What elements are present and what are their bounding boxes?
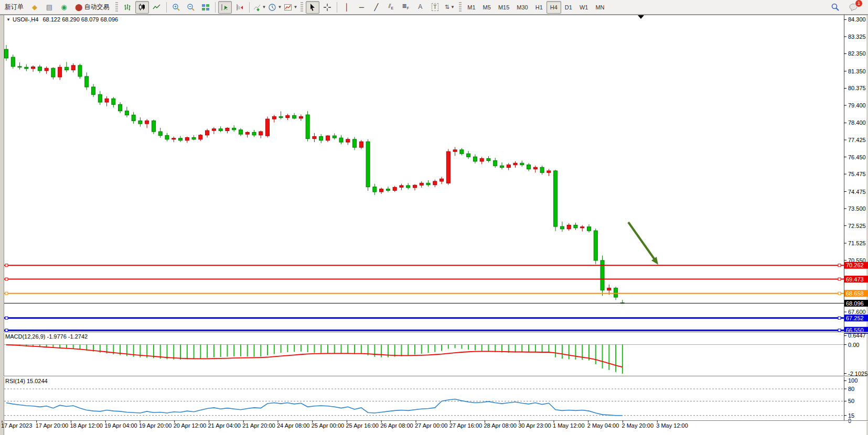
toolbar-separator	[249, 2, 250, 13]
toolbar-separator	[166, 2, 167, 13]
templates-button[interactable]: ▼	[283, 1, 298, 14]
timeframe-button-H4[interactable]: H4	[546, 1, 561, 14]
auto-scroll-button[interactable]	[218, 1, 232, 14]
timeframe-button-D1[interactable]: D1	[561, 1, 576, 14]
chart-canvas[interactable]: 84.30083.32582.35081.35080.37579.40078.4…	[0, 0, 868, 435]
crosshair-icon	[323, 3, 331, 12]
line-chart-button[interactable]	[150, 1, 164, 14]
svg-text:18 Apr 12:00: 18 Apr 12:00	[70, 422, 103, 429]
auto-trading-icon: ⬤	[75, 4, 83, 10]
chart-shift-icon	[235, 3, 244, 12]
ohlc-readout: 68.122 68.290 68.079 68.096	[42, 16, 118, 23]
chart-shift-button[interactable]	[233, 1, 247, 14]
svg-text:71.525: 71.525	[848, 240, 866, 246]
svg-text:17 Apr 2023: 17 Apr 2023	[1, 422, 32, 429]
svg-text:75.475: 75.475	[848, 171, 866, 177]
line-handle[interactable]	[838, 278, 841, 280]
label-tool-button[interactable]: T	[428, 1, 442, 14]
main-toolbar: 新订单 ◆ ▤ ◉ ⬤ 自动交易	[0, 0, 868, 15]
svg-text:21 Apr 20:00: 21 Apr 20:00	[242, 422, 275, 429]
svg-text:72.525: 72.525	[848, 223, 866, 229]
line-handle[interactable]	[5, 264, 8, 267]
svg-text:25 Apr 16:00: 25 Apr 16:00	[346, 422, 379, 429]
bar-chart-button[interactable]	[121, 1, 134, 14]
horizontal-line-icon: ─	[359, 4, 364, 10]
time-axis: 17 Apr 202317 Apr 20:0018 Apr 12:0019 Ap…	[1, 421, 688, 429]
periods-button[interactable]: ▼	[267, 1, 282, 14]
zoom-out-icon	[187, 3, 195, 12]
timeframe-button-M5[interactable]: M5	[479, 1, 495, 14]
svg-text:50: 50	[848, 398, 854, 404]
trendline-icon: ╱	[374, 4, 378, 10]
line-handle[interactable]	[5, 278, 8, 280]
channel-tool-button[interactable]: ⫽E	[384, 1, 398, 14]
svg-text:3 May 12:00: 3 May 12:00	[656, 422, 688, 429]
market-watch-icon: ▤	[46, 4, 52, 10]
clock-icon	[268, 3, 276, 12]
svg-text:28 Apr 08:00: 28 Apr 08:00	[484, 422, 517, 429]
svg-text:81.350: 81.350	[848, 68, 866, 74]
timeframe-button-W1[interactable]: W1	[576, 1, 592, 14]
toolbar-separator	[337, 2, 337, 13]
search-icon	[831, 3, 840, 12]
zoom-in-button[interactable]	[169, 1, 183, 14]
chart-shift-marker[interactable]	[638, 15, 644, 19]
timeframe-button-MN[interactable]: MN	[592, 1, 608, 14]
toolbar-grip	[301, 2, 303, 13]
line-handle[interactable]	[838, 317, 841, 319]
svg-text:84.300: 84.300	[848, 16, 866, 23]
new-order-button[interactable]: 新订单	[2, 1, 27, 14]
vertical-line-tool-button[interactable]: │	[340, 1, 353, 14]
dropdown-caret-icon: ▼	[277, 5, 282, 9]
text-icon: A	[418, 4, 422, 10]
cursor-button[interactable]	[306, 1, 319, 14]
candlestick-chart-button[interactable]	[135, 1, 149, 14]
tile-windows-button[interactable]	[199, 1, 212, 14]
line-handle[interactable]	[838, 329, 841, 332]
auto-trading-label: 自动交易	[84, 3, 110, 12]
timeframe-button-M15[interactable]: M15	[495, 1, 513, 14]
svg-text:27 Apr 00:00: 27 Apr 00:00	[415, 422, 447, 429]
svg-text:26 Apr 08:00: 26 Apr 08:00	[380, 422, 413, 429]
timeframe-button-M30[interactable]: M30	[513, 1, 531, 14]
svg-text:67.252: 67.252	[846, 315, 864, 321]
indicators-button[interactable]: ▼	[252, 1, 267, 14]
svg-text:80: 80	[848, 386, 854, 392]
svg-text:67.600: 67.600	[848, 309, 866, 315]
line-handle[interactable]	[838, 292, 841, 295]
svg-text:19 Apr 04:00: 19 Apr 04:00	[104, 422, 137, 429]
timeframe-button-H1[interactable]: H1	[532, 1, 546, 14]
candlesticks	[5, 45, 625, 303]
indicators-icon	[253, 3, 261, 12]
trend-arrow-object[interactable]	[628, 222, 658, 265]
horizontal-line-objects[interactable]: 70.26269.47368.65868.09667.25266.550	[4, 262, 868, 334]
chart-expander-icon[interactable]: ▼	[6, 17, 10, 22]
trendline-tool-button[interactable]: ╱	[369, 1, 383, 14]
crosshair-button[interactable]	[320, 1, 334, 14]
horizontal-line-tool-button[interactable]: ─	[355, 1, 368, 14]
data-window-button[interactable]: ◉	[57, 1, 71, 14]
macd-pane	[6, 345, 623, 374]
trading-platform-window: 新订单 ◆ ▤ ◉ ⬤ 自动交易	[0, 0, 868, 435]
text-tool-button[interactable]: A	[413, 1, 427, 14]
dropdown-caret-icon: ▼	[451, 5, 455, 9]
search-button[interactable]	[828, 1, 842, 14]
line-handle[interactable]	[5, 329, 8, 332]
zoom-out-button[interactable]	[184, 1, 198, 14]
line-handle[interactable]	[5, 317, 8, 319]
notifications-button[interactable]: 1	[846, 1, 860, 14]
svg-text:25 Apr 00:00: 25 Apr 00:00	[312, 422, 344, 429]
arrows-tool-button[interactable]: ⇅▼	[443, 1, 456, 14]
chart-frame	[0, 15, 868, 435]
svg-text:70.262: 70.262	[846, 262, 864, 268]
market-watch-button[interactable]: ▤	[42, 1, 56, 14]
profiles-button[interactable]: ◆	[28, 1, 41, 14]
chart-title-bar[interactable]: ▼USOil-,H468.122 68.290 68.079 68.096	[6, 16, 118, 23]
fibonacci-tool-button[interactable]: ≣F	[399, 1, 412, 14]
timeframe-button-M1[interactable]: M1	[464, 1, 479, 14]
line-handle[interactable]	[5, 292, 8, 295]
auto-trading-button[interactable]: ⬤ 自动交易	[72, 1, 113, 14]
svg-text:82.350: 82.350	[848, 50, 866, 57]
line-handle[interactable]	[838, 264, 841, 267]
svg-text:2 May 20:00: 2 May 20:00	[622, 422, 654, 429]
